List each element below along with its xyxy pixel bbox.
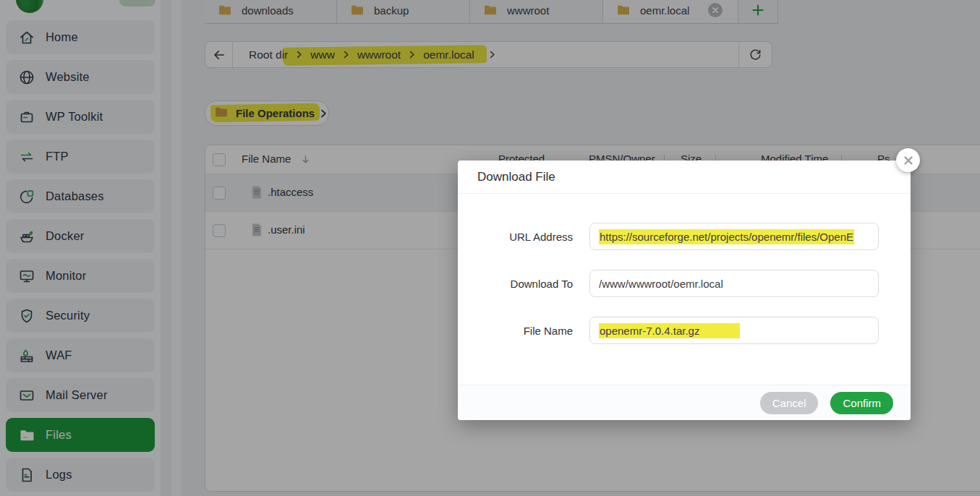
url-address-input[interactable]: https://sourceforge.net/projects/openemr…	[589, 223, 879, 250]
form-row-file-name: File Name openemr-7.0.4.tar.gz	[458, 317, 911, 344]
confirm-button[interactable]: Confirm	[830, 392, 893, 414]
download-to-label: Download To	[458, 278, 573, 290]
download-file-modal: Download File URL Address https://source…	[458, 161, 911, 420]
url-address-label: URL Address	[458, 231, 573, 243]
file-name-value: openemr-7.0.4.tar.gz	[599, 323, 740, 338]
download-to-value: /www/wwwroot/oemr.local	[599, 278, 723, 290]
modal-title: Download File	[477, 170, 555, 184]
close-icon	[903, 155, 913, 166]
form-row-download-to: Download To /www/wwwroot/oemr.local	[458, 270, 911, 297]
file-name-input[interactable]: openemr-7.0.4.tar.gz	[589, 317, 879, 344]
cancel-button[interactable]: Cancel	[760, 392, 819, 414]
app-root: Home Website WP Toolkit FTP Databases Do…	[0, 0, 980, 496]
download-to-input[interactable]: /www/wwwroot/oemr.local	[589, 270, 879, 297]
url-address-value: https://sourceforge.net/projects/openemr…	[599, 229, 854, 244]
form-row-url-address: URL Address https://sourceforge.net/proj…	[458, 223, 911, 250]
modal-close-button[interactable]	[896, 148, 920, 172]
modal-footer: Cancel Confirm	[458, 385, 911, 420]
modal-header: Download File	[458, 161, 911, 194]
file-name-label: File Name	[458, 325, 573, 337]
